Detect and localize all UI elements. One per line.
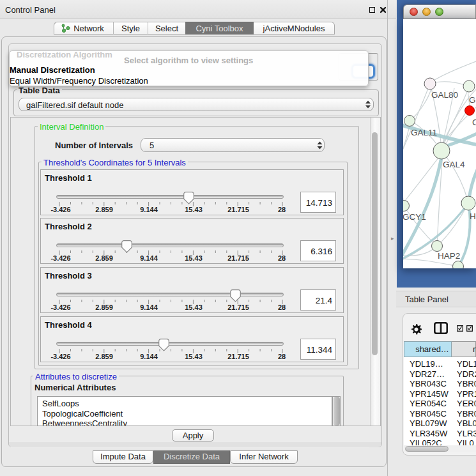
svg-text:GAL4: GAL4 [443, 160, 465, 169]
svg-text:GAL11: GAL11 [411, 128, 437, 137]
svg-text:H: H [470, 211, 476, 221]
svg-text:HAP2: HAP2 [438, 251, 460, 261]
svg-text:GAL80: GAL80 [431, 90, 458, 100]
svg-text:C: C [472, 118, 476, 127]
svg-text:G.: G. [469, 95, 476, 105]
svg-text:GCY1: GCY1 [403, 212, 426, 222]
